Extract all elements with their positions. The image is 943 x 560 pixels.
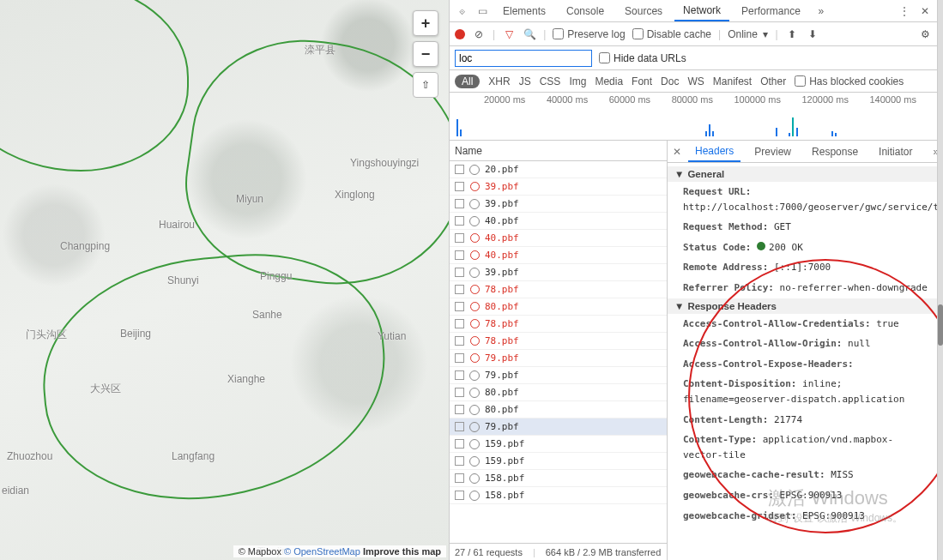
tab-initiator[interactable]: Initiator (872, 142, 919, 161)
download-har-icon[interactable]: ⬇ (806, 28, 819, 40)
search-icon[interactable]: 🔍 (523, 28, 536, 40)
request-row[interactable]: 39.pbf (450, 196, 667, 213)
device-icon[interactable]: ▭ (474, 5, 491, 17)
row-checkbox[interactable] (455, 388, 464, 397)
request-row[interactable]: 39.pbf (450, 264, 667, 281)
clear-icon[interactable]: ⊘ (472, 28, 486, 40)
row-checkbox[interactable] (455, 473, 464, 483)
filter-media[interactable]: Media (595, 75, 623, 87)
request-row[interactable]: 158.pbf (450, 470, 667, 487)
request-row[interactable]: 40.pbf (450, 230, 667, 247)
zoom-in-button[interactable]: + (413, 10, 438, 36)
filter-input[interactable] (455, 50, 592, 67)
tab-console[interactable]: Console (558, 2, 613, 21)
inspect-icon[interactable]: ⟐ (453, 5, 470, 17)
row-checkbox[interactable] (455, 250, 464, 260)
menu-icon[interactable]: ⋮ (896, 5, 913, 17)
filter-doc[interactable]: Doc (661, 75, 679, 87)
map-place-label: Beijing (120, 328, 151, 340)
map-place-label: eidian (2, 485, 29, 497)
row-checkbox[interactable] (455, 319, 464, 328)
vertical-scrollbar[interactable] (937, 0, 943, 560)
filter-icon[interactable]: ▽ (502, 28, 516, 40)
row-checkbox[interactable] (455, 405, 464, 414)
request-row[interactable]: 78.pbf (450, 316, 667, 333)
request-row[interactable]: 78.pbf (450, 281, 667, 298)
close-devtools-icon[interactable]: ✕ (916, 5, 934, 17)
request-row[interactable]: 20.pbf (450, 161, 667, 178)
osm-link[interactable]: © OpenStreetMap (284, 546, 360, 557)
close-detail-icon[interactable]: ✕ (673, 146, 681, 158)
filter-css[interactable]: CSS (540, 75, 561, 87)
filter-other[interactable]: Other (760, 75, 786, 87)
timeline[interactable]: 20000 ms40000 ms60000 ms80000 ms100000 m… (450, 93, 937, 141)
row-checkbox[interactable] (455, 353, 464, 363)
filter-all[interactable]: All (455, 75, 480, 88)
request-row[interactable]: 80.pbf (450, 298, 667, 316)
type-filter-bar: All XHR JS CSS Img Media Font Doc WS Man… (450, 70, 937, 93)
tab-performance[interactable]: Performance (733, 2, 809, 21)
filter-js[interactable]: JS (519, 75, 531, 87)
filter-img[interactable]: Img (569, 75, 586, 87)
compass-button[interactable]: ⇧ (413, 72, 438, 98)
row-checkbox[interactable] (455, 422, 464, 431)
row-checkbox[interactable] (455, 182, 464, 191)
response-headers-section[interactable]: ▼ Response Headers (668, 298, 937, 314)
row-checkbox[interactable] (455, 199, 464, 208)
request-row[interactable]: 159.pbf (450, 453, 667, 470)
request-list-header[interactable]: Name (450, 141, 667, 161)
request-row[interactable]: 158.pbf (450, 487, 667, 504)
more-tabs-icon[interactable]: » (813, 5, 830, 17)
filter-xhr[interactable]: XHR (488, 75, 510, 87)
throttling-select[interactable]: Online ▾ (728, 28, 768, 40)
request-row[interactable]: 79.pbf (450, 367, 667, 384)
request-row[interactable]: 159.pbf (450, 436, 667, 453)
row-checkbox[interactable] (455, 336, 464, 346)
blocked-cookies-checkbox[interactable]: Has blocked cookies (795, 75, 904, 87)
zoom-out-button[interactable]: − (413, 41, 438, 67)
row-checkbox[interactable] (455, 216, 464, 226)
row-checkbox[interactable] (455, 268, 464, 277)
row-checkbox[interactable] (455, 302, 464, 311)
row-checkbox[interactable] (455, 439, 464, 449)
referrer-policy-row: Referrer Policy: no-referrer-when-downgr… (668, 278, 937, 298)
row-checkbox[interactable] (455, 491, 464, 500)
upload-har-icon[interactable]: ⬆ (785, 28, 799, 40)
request-filename: 39.pbf (485, 198, 519, 209)
hide-data-urls-checkbox[interactable]: Hide data URLs (599, 52, 686, 64)
filter-font[interactable]: Font (632, 75, 652, 87)
disable-cache-checkbox[interactable]: Disable cache (632, 28, 711, 40)
request-row[interactable]: 80.pbf (450, 401, 667, 418)
record-button[interactable] (455, 29, 465, 39)
map-pane[interactable]: 滦平县YingshouyingziXinglongMiyunHuairouCha… (0, 0, 449, 560)
filter-manifest[interactable]: Manifest (713, 75, 752, 87)
request-row[interactable]: 40.pbf (450, 247, 667, 264)
request-row[interactable]: 39.pbf (450, 178, 667, 196)
row-checkbox[interactable] (455, 165, 464, 174)
row-checkbox[interactable] (455, 285, 464, 294)
tab-elements[interactable]: Elements (494, 2, 554, 21)
row-checkbox[interactable] (455, 233, 464, 243)
general-section[interactable]: ▼ General (668, 166, 937, 182)
tab-preview[interactable]: Preview (747, 142, 798, 161)
request-row[interactable]: 78.pbf (450, 333, 667, 350)
request-list[interactable]: 20.pbf39.pbf39.pbf40.pbf40.pbf40.pbf39.p… (450, 161, 667, 543)
tab-response[interactable]: Response (805, 142, 865, 161)
row-checkbox[interactable] (455, 456, 464, 466)
settings-gear-icon[interactable]: ⚙ (918, 28, 932, 40)
header-gwc-crs: geowebcache-crs: EPSG:900913 (668, 485, 937, 506)
row-checkbox[interactable] (455, 370, 464, 380)
request-row[interactable]: 79.pbf (450, 418, 667, 436)
improve-map-link[interactable]: Improve this map (363, 546, 441, 557)
filter-ws[interactable]: WS (687, 75, 704, 87)
request-row[interactable]: 80.pbf (450, 384, 667, 401)
tab-sources[interactable]: Sources (616, 2, 671, 21)
status-icon (469, 285, 480, 295)
scroll-thumb[interactable] (938, 304, 943, 346)
request-row[interactable]: 40.pbf (450, 213, 667, 230)
tab-headers[interactable]: Headers (688, 142, 740, 162)
preserve-log-checkbox[interactable]: Preserve log (553, 28, 625, 40)
request-row[interactable]: 79.pbf (450, 350, 667, 367)
headers-detail-body[interactable]: ▼ General Request URL: http://localhost:… (668, 163, 937, 560)
tab-network[interactable]: Network (674, 1, 729, 21)
